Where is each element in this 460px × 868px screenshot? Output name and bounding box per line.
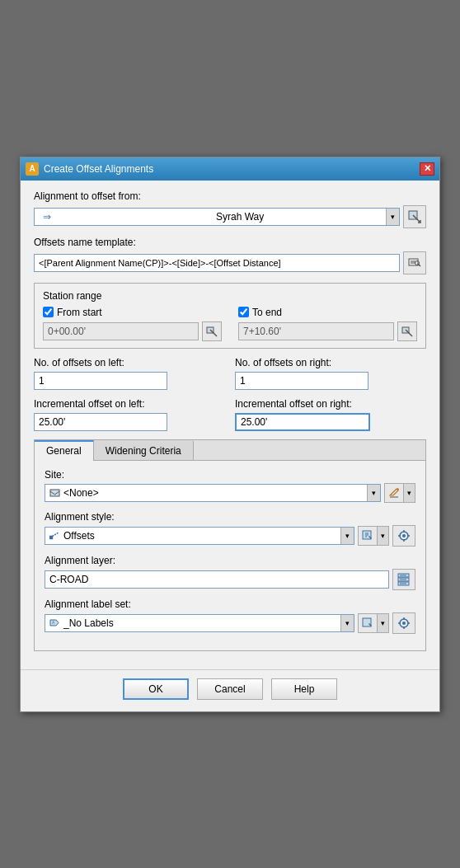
svg-point-6 — [415, 260, 420, 265]
alignment-value: Syrah Way — [212, 209, 382, 225]
alignment-row: ⇒ Syrah Way ▾ — [34, 205, 426, 228]
site-label: Site: — [45, 469, 415, 481]
svg-rect-15 — [49, 536, 53, 539]
alignment-style-row: Offsets ▾ — [45, 525, 415, 547]
site-select-field[interactable]: <None> ▾ — [45, 484, 381, 502]
incremental-left-input[interactable] — [34, 413, 167, 431]
site-action-main[interactable] — [385, 484, 403, 502]
site-group: Site: <None> ▾ — [45, 469, 415, 503]
offsets-template-row — [34, 251, 426, 274]
title-bar: A Create Offset Alignments ✕ — [21, 157, 439, 181]
tab-widening-criteria[interactable]: Widening Criteria — [94, 440, 194, 460]
create-offset-alignments-dialog: A Create Offset Alignments ✕ Alignment t… — [20, 157, 440, 712]
incremental-right-col: Incremental offset on right: — [235, 398, 426, 431]
alignment-layer-browse-button[interactable] — [392, 569, 415, 590]
alignment-style-edit-arrow[interactable]: ▾ — [377, 527, 388, 545]
end-station-pick-btn[interactable] — [397, 321, 417, 341]
end-station-input — [238, 322, 394, 340]
alignment-style-edit-button[interactable]: ▾ — [358, 526, 389, 546]
tab-bar: General Widening Criteria — [35, 440, 425, 461]
label-set-edit-arrow[interactable]: ▾ — [377, 614, 388, 632]
site-value: <None> — [63, 487, 99, 499]
alignment-layer-group: Alignment layer: — [45, 555, 415, 590]
alignment-style-label: Alignment style: — [45, 511, 415, 523]
svg-point-21 — [402, 534, 406, 537]
site-action-button[interactable]: ▾ — [384, 483, 415, 503]
label-set-view-icon — [397, 617, 411, 630]
label-set-edit-main[interactable] — [359, 614, 377, 632]
to-end-half: To end — [238, 307, 417, 341]
to-end-checkbox-row: To end — [238, 307, 417, 318]
offsets-template-pick-button[interactable] — [403, 251, 426, 274]
cancel-button[interactable]: Cancel — [197, 678, 263, 700]
alignment-label-set-label: Alignment label set: — [45, 598, 415, 610]
label-set-dropdown-arrow[interactable]: ▾ — [340, 615, 354, 631]
alignment-label-set-row: A _No Labels ▾ — [45, 612, 415, 634]
alignment-layer-browse-icon — [397, 573, 411, 586]
incremental-right-input[interactable] — [235, 413, 370, 431]
alignment-style-group: Alignment style: Offsets ▾ — [45, 511, 415, 547]
incremental-left-col: Incremental offset on left: — [34, 398, 225, 431]
incremental-right-label: Incremental offset on right: — [235, 398, 426, 410]
label-set-icon: A — [49, 617, 60, 628]
help-button[interactable]: Help — [271, 678, 337, 700]
to-end-checkbox[interactable] — [238, 307, 249, 317]
site-icon — [49, 487, 60, 498]
site-dropdown-arrow[interactable]: ▾ — [367, 485, 380, 501]
from-start-checkbox-row: From start — [43, 307, 222, 318]
station-range-group: Station range From start — [34, 283, 426, 349]
svg-rect-2 — [409, 259, 418, 265]
no-offsets-left-label: No. of offsets on left: — [34, 357, 225, 368]
no-offsets-right-col: No. of offsets on right: — [235, 357, 426, 390]
station-pick-icon — [206, 326, 218, 337]
offsets-template-label: Offsets name template: — [34, 237, 426, 248]
pick-icon — [408, 210, 421, 223]
alignment-select-field[interactable]: ⇒ Syrah Way ▾ — [34, 208, 400, 226]
station-range-title: Station range — [43, 290, 417, 302]
alignment-style-view-button[interactable] — [392, 525, 415, 547]
tabs-container: General Widening Criteria Site: — [34, 439, 426, 651]
template-pick-icon — [408, 256, 421, 270]
offsets-template-input[interactable] — [34, 254, 400, 272]
no-offsets-left-input[interactable] — [34, 372, 167, 390]
tab-general[interactable]: General — [35, 440, 94, 461]
no-offsets-row: No. of offsets on left: No. of offsets o… — [34, 357, 426, 390]
alignment-to-offset-label: Alignment to offset from: — [34, 190, 426, 202]
site-edit-icon — [388, 487, 400, 499]
from-start-checkbox[interactable] — [43, 307, 54, 317]
alignment-layer-row — [45, 569, 415, 590]
ok-button[interactable]: OK — [123, 678, 189, 700]
alignment-style-arrow[interactable]: ▾ — [340, 528, 354, 544]
alignment-style-edit-icon — [362, 530, 373, 542]
alignment-style-view-icon — [397, 529, 411, 542]
dialog-title: Create Offset Alignments — [44, 163, 153, 175]
alignment-style-select[interactable]: Offsets ▾ — [45, 527, 354, 545]
close-button[interactable]: ✕ — [420, 162, 434, 176]
alignment-layer-label: Alignment layer: — [45, 555, 415, 566]
site-select-row: <None> ▾ ▾ — [45, 483, 415, 503]
alignment-pick-button[interactable] — [403, 205, 426, 228]
from-start-input-row — [43, 321, 222, 341]
end-station-pick-icon — [401, 326, 413, 337]
alignment-style-edit-main[interactable] — [359, 527, 377, 545]
no-offsets-right-label: No. of offsets on right: — [235, 357, 426, 368]
dialog-footer: OK Cancel Help — [21, 669, 439, 711]
alignment-layer-input[interactable] — [45, 570, 389, 589]
app-icon: A — [26, 162, 39, 176]
label-set-edit-icon — [362, 617, 373, 629]
alignment-style-icon — [49, 530, 60, 541]
start-station-pick-btn[interactable] — [202, 321, 222, 341]
alignment-label-set-value: _No Labels — [63, 617, 114, 629]
dialog-body: Alignment to offset from: ⇒ Syrah Way ▾ … — [21, 181, 439, 669]
label-set-view-button[interactable] — [392, 612, 415, 634]
alignment-label-set-group: Alignment label set: A _No Labels ▾ — [45, 598, 415, 634]
alignment-label-set-select[interactable]: A _No Labels ▾ — [45, 614, 354, 632]
no-offsets-right-input[interactable] — [235, 372, 368, 390]
label-set-edit-button[interactable]: ▾ — [358, 613, 389, 633]
start-station-input — [43, 322, 199, 340]
alignment-arrow-icon: ⇒ — [39, 209, 209, 225]
site-action-arrow[interactable]: ▾ — [403, 484, 415, 502]
to-end-label: To end — [252, 307, 282, 318]
incremental-left-label: Incremental offset on left: — [34, 398, 225, 410]
alignment-dropdown-arrow[interactable]: ▾ — [386, 209, 399, 225]
